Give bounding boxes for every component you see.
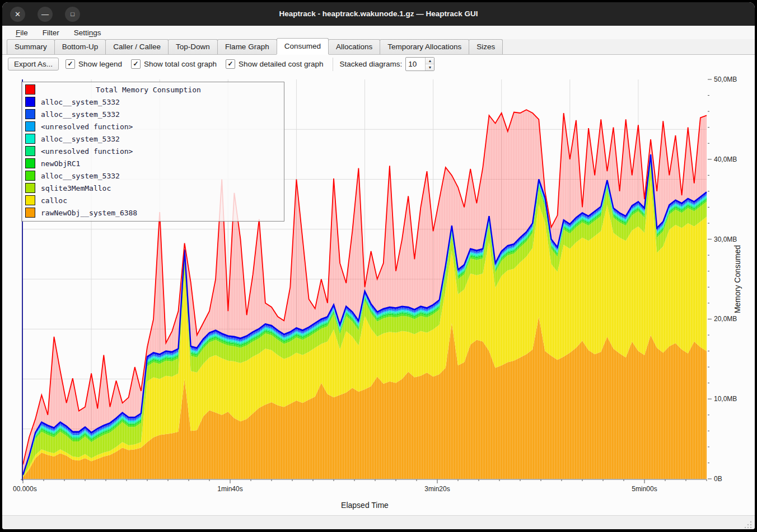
legend-item: rawNewObj__system_6388 (22, 206, 284, 219)
legend-swatch-icon (25, 183, 35, 193)
tab-consumed[interactable]: Consumed (277, 38, 329, 54)
x-tick-label: 00.000s (13, 485, 37, 493)
y-tick-label: 40,0MB (714, 156, 737, 163)
spin-down-icon[interactable]: ▼ (426, 64, 434, 70)
legend-title: Total Memory Consumption (35, 86, 261, 94)
legend-item-label: <unresolved function> (41, 147, 133, 156)
checkbox-check-icon[interactable]: ✓ (131, 59, 141, 69)
y-tick-label: 10,0MB (714, 395, 737, 403)
legend-item-label: alloc__system_5332 (41, 98, 120, 106)
status-bar (2, 515, 755, 529)
legend-item: newObjRC1 (22, 157, 284, 170)
y-tick-label: 30,0MB (714, 236, 737, 243)
y-tick-label: 0B (714, 475, 722, 483)
tab-top-down[interactable]: Top-Down (168, 39, 218, 54)
spin-buttons: ▲ ▼ (425, 58, 434, 70)
legend-item-label: alloc__system_5332 (41, 110, 120, 119)
legend-item-label: rawNewObj__system_6388 (41, 209, 137, 217)
window-title: Heaptrack - heaptrack.wakunode.1.gz — He… (2, 2, 755, 26)
x-tick-label: 1min40s (217, 485, 242, 493)
tab-flame-graph[interactable]: Flame Graph (217, 39, 277, 54)
legend-swatch-icon (25, 84, 35, 95)
legend-swatch-icon (25, 121, 35, 131)
consumed-chart-panel: 00.000s1min40s3min20s5min00s50,0MB40,0MB… (2, 73, 755, 515)
tab-sizes[interactable]: Sizes (469, 39, 503, 54)
legend-item: <unresolved function> (22, 145, 284, 157)
title-bar[interactable]: ✕ — □ Heaptrack - heaptrack.wakunode.1.g… (2, 2, 755, 26)
legend-swatch-icon (25, 195, 35, 205)
menu-bar: FileFilterSettings (2, 26, 755, 39)
stacked-diagrams-label: Stacked diagrams: (340, 60, 403, 68)
toolbar: Export As... ✓Show legend✓Show total cos… (2, 55, 755, 73)
checkbox-group: ✓Show legend✓Show total cost graph✓Show … (66, 59, 333, 69)
legend-item-label: <unresolved function> (41, 123, 133, 131)
menu-item-filter[interactable]: Filter (37, 27, 65, 38)
tab-temporary-allocations[interactable]: Temporary Allocations (380, 39, 469, 54)
legend-swatch-icon (25, 158, 35, 168)
chart-legend: Total Memory Consumptionalloc__system_53… (21, 82, 284, 222)
legend-item: alloc__system_5332 (22, 108, 284, 120)
checkbox-label: Show detailed cost graph (239, 60, 324, 68)
legend-swatch-icon (25, 109, 35, 119)
menu-item-settings[interactable]: Settings (68, 27, 107, 38)
stacked-diagrams-control: Stacked diagrams: 10 ▲ ▼ (333, 58, 435, 71)
legend-swatch-icon (25, 208, 35, 218)
legend-item-label: alloc__system_5332 (41, 172, 120, 180)
stacked-diagrams-value[interactable]: 10 (406, 58, 425, 70)
legend-item-label: alloc__system_5332 (41, 135, 120, 143)
menu-item-file[interactable]: File (10, 27, 34, 38)
legend-item: <unresolved function> (22, 120, 284, 133)
legend-item-label: sqlite3MemMalloc (41, 184, 111, 192)
legend-swatch-icon (25, 171, 35, 181)
x-tick-label: 5min00s (632, 485, 657, 493)
legend-item-label: newObjRC1 (41, 159, 80, 168)
checkbox-check-icon[interactable]: ✓ (66, 59, 75, 69)
checkbox-show-detailed-cost-graph[interactable]: ✓Show detailed cost graph (226, 59, 324, 69)
legend-swatch-icon (25, 97, 35, 107)
legend-swatch-icon (25, 146, 35, 156)
y-tick-label: 50,0MB (714, 76, 737, 83)
tab-allocations[interactable]: Allocations (328, 39, 380, 54)
x-tick-label: 3min20s (424, 485, 450, 493)
x-axis-title: Elapsed Time (341, 501, 389, 510)
tab-caller-callee[interactable]: Caller / Callee (105, 39, 169, 54)
resize-grip-icon[interactable] (745, 520, 753, 528)
legend-item: alloc__system_5332 (22, 96, 284, 108)
legend-item: sqlite3MemMalloc (22, 182, 284, 194)
legend-item: alloc__system_5332 (22, 133, 284, 145)
checkbox-label: Show legend (78, 60, 122, 68)
stacked-diagrams-spinbox[interactable]: 10 ▲ ▼ (405, 57, 434, 71)
checkbox-label: Show total cost graph (144, 60, 217, 68)
legend-title-row: Total Memory Consumption (22, 83, 284, 96)
checkbox-show-total-cost-graph[interactable]: ✓Show total cost graph (131, 59, 217, 69)
application-window: ✕ — □ Heaptrack - heaptrack.wakunode.1.g… (2, 2, 755, 529)
tab-summary[interactable]: Summary (7, 39, 55, 54)
export-as-button[interactable]: Export As... (8, 58, 59, 70)
checkbox-check-icon[interactable]: ✓ (226, 59, 235, 69)
window-frame: ✕ — □ Heaptrack - heaptrack.wakunode.1.g… (0, 0, 757, 532)
legend-item-label: calloc (41, 196, 67, 205)
spin-up-icon[interactable]: ▲ (426, 58, 434, 64)
checkbox-show-legend[interactable]: ✓Show legend (66, 59, 122, 69)
y-tick-label: 20,0MB (714, 315, 737, 323)
legend-swatch-icon (25, 134, 35, 144)
legend-item: calloc (22, 194, 284, 206)
tab-bottom-up[interactable]: Bottom-Up (54, 39, 106, 54)
tab-bar: SummaryBottom-UpCaller / CalleeTop-DownF… (2, 39, 755, 55)
legend-item: alloc__system_5332 (22, 170, 284, 182)
y-axis-title: Memory Consumed (733, 245, 742, 313)
